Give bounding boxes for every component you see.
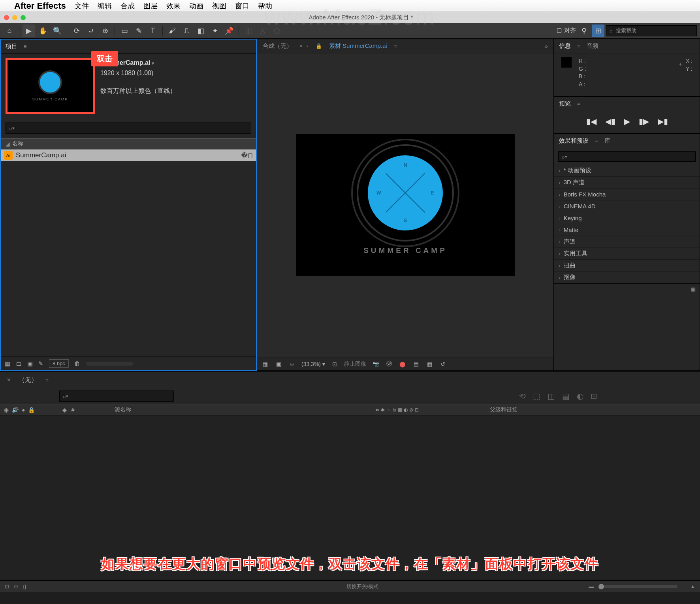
zoom-out-icon[interactable]: ▬ [589,583,594,589]
project-item-row[interactable]: Ai SummerCamp.ai �⊓ [1,149,256,161]
parent-col[interactable]: 父级和链接 [490,406,569,413]
text-tool-icon[interactable]: T [147,25,159,37]
help-search[interactable]: ⌕ 搜索帮助 [606,25,697,36]
info-tab[interactable]: 信息 [559,42,571,50]
grid-icon[interactable]: ☺ [288,361,296,367]
tl-tool5-icon[interactable]: ◐ [577,391,583,401]
menu-view[interactable]: 视图 [212,1,226,11]
rotate-tool-icon[interactable]: ⤾ [85,25,97,37]
speaker-icon[interactable]: 🔊 [12,407,19,413]
tl-tool4-icon[interactable]: ▤ [562,391,570,401]
color-icon[interactable]: ⬤ [399,361,406,367]
home-icon[interactable]: ⌂ [3,25,16,37]
canvas-area[interactable]: N E S W SUMMER CAMP [257,53,553,357]
exposure-icon[interactable]: ▤ [412,361,420,367]
footage-tab[interactable]: 素材 SummerCamp.ai [329,42,387,50]
effects-tab[interactable]: 效果和预设 [559,137,589,145]
viewer-menu-icon[interactable]: ≡ [394,43,397,49]
source-name-col[interactable]: 源名称 [115,406,375,413]
new-comp-icon[interactable]: ▣ [27,360,33,367]
snap-toggle[interactable]: ☐ 对齐 [557,27,576,34]
new-bin-icon[interactable]: ▣ [691,286,696,292]
eye-icon[interactable]: ◉ [4,407,9,413]
prev-frame-icon[interactable]: ◀▮ [605,117,615,126]
transparency-icon[interactable]: ⊡ [331,361,339,367]
flowchart-icon[interactable]: �⊓ [241,151,253,160]
lock-col-icon[interactable]: 🔒 [28,407,35,413]
timeline-close-icon[interactable]: × [7,376,11,383]
switch-mode-button[interactable]: 切换开关/模式 [346,583,379,590]
thumb-slider[interactable] [86,362,133,366]
library-tab[interactable]: 库 [604,137,610,145]
fx-category[interactable]: ›3D 声道 [554,177,700,189]
orbit-tool-icon[interactable]: ⟳ [70,25,83,37]
project-thumbnail[interactable]: 双击 SUMMER CAMP [6,58,95,114]
adjust-icon[interactable]: ✎ [38,360,43,367]
project-tab[interactable]: 项目 [6,43,17,50]
menu-composition[interactable]: 合成 [120,1,135,11]
fx-category[interactable]: ›抠像 [554,272,700,283]
timeline-menu-icon[interactable]: ≡ [45,377,49,383]
zoom-tool-icon[interactable]: 🔍 [51,25,64,37]
menu-effect[interactable]: 效果 [166,1,181,11]
region-icon[interactable]: ▦ [425,361,433,367]
fx-category[interactable]: ›Keying [554,212,700,224]
workspace-icon[interactable]: ⊞ [592,25,604,37]
timeline-zoom-slider[interactable] [598,585,677,588]
tl-tool1-icon[interactable]: ⟲ [519,391,526,401]
anchor-tool-icon[interactable]: ⊕ [99,25,111,37]
eraser-tool-icon[interactable]: ◧ [194,25,207,37]
fx-category[interactable]: ›实用工具 [554,248,700,260]
clone-tool-icon[interactable]: ⎍ [180,25,193,37]
tab-close-icon[interactable]: × [299,43,303,49]
weibo-icon[interactable]: ⓦ [385,361,393,368]
play-icon[interactable]: ▶ [624,117,630,126]
rect-tool-icon[interactable]: ▭ [118,25,131,37]
panel-menu-icon[interactable]: ≡ [24,43,27,49]
brush-tool-icon[interactable]: 🖌 [166,25,179,37]
effects-menu-icon[interactable]: ≡ [595,138,598,144]
interpret-icon[interactable]: ▦ [5,360,10,367]
camera-icon[interactable]: 📷 [372,361,380,367]
label-icon[interactable]: ◆ [62,407,67,413]
toggle1-icon[interactable]: ⊡ [5,583,9,589]
fx-category[interactable]: ›扭曲 [554,260,700,272]
close-button[interactable] [4,15,9,20]
app-name[interactable]: After Effects [14,1,66,11]
lock-icon[interactable]: 🔒 [316,43,322,49]
timeline-search[interactable]: ⌕▾ [59,391,174,402]
bpc-button[interactable]: 8 bpc [49,359,69,368]
folder-icon[interactable]: 🗀 [16,360,22,367]
zoom-dropdown[interactable]: (33.3%) ▾ [301,361,325,367]
tl-tool6-icon[interactable]: ⊡ [591,391,597,401]
solo-icon[interactable]: ● [22,407,25,413]
search-tool-icon[interactable]: ⚲ [578,25,590,37]
next-frame-icon[interactable]: ▮▶ [639,117,649,126]
toggle2-icon[interactable]: ⊙ [14,583,18,589]
audio-tab[interactable]: 音频 [587,42,598,50]
menu-edit[interactable]: 编辑 [98,1,112,11]
tl-tool3-icon[interactable]: ◫ [548,391,555,401]
zoom-in-icon[interactable]: ▲ [690,583,695,589]
fx-category[interactable]: ›Matte [554,224,700,236]
alpha-icon[interactable]: ▦ [261,361,269,367]
menu-layer[interactable]: 图层 [143,1,158,11]
preview-tab[interactable]: 预览 [559,100,571,108]
overflow-icon[interactable]: » [545,43,548,49]
minimize-button[interactable] [12,15,17,20]
info-menu-icon[interactable]: ≡ [577,43,580,49]
menu-help[interactable]: 帮助 [258,1,272,11]
menu-file[interactable]: 文件 [75,1,89,11]
first-frame-icon[interactable]: ▮◀ [586,117,597,126]
fx-category[interactable]: ›声道 [554,236,700,248]
puppet-tool-icon[interactable]: 📌 [223,25,235,37]
menu-animation[interactable]: 动画 [189,1,203,11]
fx-category[interactable]: ›CINEMA 4D [554,200,700,212]
fx-category[interactable]: ›Boris FX Mocha [554,189,700,200]
selection-tool-icon[interactable]: ▶ [23,25,35,37]
reset-icon[interactable]: ↺ [439,361,447,367]
hand-tool-icon[interactable]: ✋ [37,25,49,37]
maximize-button[interactable] [21,15,26,20]
effects-search[interactable]: ⌕▾ [558,151,696,162]
roto-tool-icon[interactable]: ✦ [209,25,221,37]
